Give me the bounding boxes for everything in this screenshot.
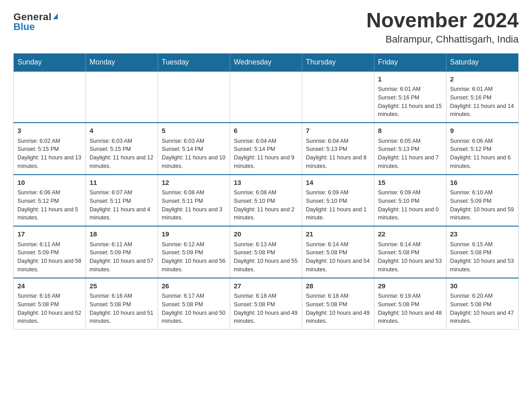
- calendar-week-row: 1Sunrise: 6:01 AMSunset: 5:16 PMDaylight…: [14, 71, 519, 123]
- day-number: 1: [378, 74, 442, 85]
- day-info: Sunrise: 6:15 AMSunset: 5:08 PMDaylight:…: [450, 240, 515, 274]
- calendar-week-row: 24Sunrise: 6:16 AMSunset: 5:08 PMDayligh…: [14, 278, 519, 330]
- calendar-cell: 26Sunrise: 6:17 AMSunset: 5:08 PMDayligh…: [158, 278, 230, 330]
- header-saturday: Saturday: [446, 53, 519, 71]
- calendar-cell: 3Sunrise: 6:02 AMSunset: 5:15 PMDaylight…: [14, 123, 86, 175]
- day-number: 14: [306, 178, 370, 188]
- calendar-cell: 17Sunrise: 6:11 AMSunset: 5:09 PMDayligh…: [14, 226, 86, 278]
- header-monday: Monday: [86, 53, 158, 71]
- day-info: Sunrise: 6:06 AMSunset: 5:12 PMDaylight:…: [450, 137, 515, 171]
- calendar-cell: 13Sunrise: 6:08 AMSunset: 5:10 PMDayligh…: [230, 175, 302, 227]
- day-info: Sunrise: 6:01 AMSunset: 5:16 PMDaylight:…: [378, 85, 442, 119]
- calendar-week-row: 3Sunrise: 6:02 AMSunset: 5:15 PMDaylight…: [14, 123, 519, 175]
- day-number: 18: [90, 229, 154, 240]
- calendar-cell: 20Sunrise: 6:13 AMSunset: 5:08 PMDayligh…: [230, 226, 302, 278]
- day-number: 21: [306, 229, 370, 240]
- calendar-cell: 7Sunrise: 6:04 AMSunset: 5:13 PMDaylight…: [302, 123, 374, 175]
- calendar-week-row: 17Sunrise: 6:11 AMSunset: 5:09 PMDayligh…: [14, 226, 519, 278]
- day-number: 30: [450, 281, 515, 291]
- calendar-cell: 23Sunrise: 6:15 AMSunset: 5:08 PMDayligh…: [446, 226, 519, 278]
- header-sunday: Sunday: [14, 53, 86, 71]
- day-info: Sunrise: 6:16 AMSunset: 5:08 PMDaylight:…: [90, 292, 154, 325]
- day-info: Sunrise: 6:03 AMSunset: 5:15 PMDaylight:…: [90, 137, 154, 171]
- day-info: Sunrise: 6:08 AMSunset: 5:10 PMDaylight:…: [234, 188, 298, 222]
- calendar-cell: 4Sunrise: 6:03 AMSunset: 5:15 PMDaylight…: [86, 123, 158, 175]
- logo-triangle-icon: [53, 13, 58, 19]
- calendar-cell: 25Sunrise: 6:16 AMSunset: 5:08 PMDayligh…: [86, 278, 158, 330]
- calendar-cell: 24Sunrise: 6:16 AMSunset: 5:08 PMDayligh…: [14, 278, 86, 330]
- calendar-cell: 19Sunrise: 6:12 AMSunset: 5:09 PMDayligh…: [158, 226, 230, 278]
- day-number: 11: [90, 178, 154, 188]
- calendar-cell: 30Sunrise: 6:20 AMSunset: 5:08 PMDayligh…: [446, 278, 519, 330]
- day-number: 12: [162, 178, 226, 188]
- day-number: 22: [378, 229, 442, 240]
- calendar-cell: 2Sunrise: 6:01 AMSunset: 5:16 PMDaylight…: [446, 71, 519, 123]
- day-info: Sunrise: 6:04 AMSunset: 5:14 PMDaylight:…: [234, 137, 298, 171]
- day-info: Sunrise: 6:20 AMSunset: 5:08 PMDaylight:…: [450, 292, 515, 325]
- calendar-cell: 6Sunrise: 6:04 AMSunset: 5:14 PMDaylight…: [230, 123, 302, 175]
- day-number: 25: [90, 281, 154, 291]
- day-number: 4: [90, 126, 154, 136]
- day-info: Sunrise: 6:18 AMSunset: 5:08 PMDaylight:…: [234, 292, 298, 325]
- calendar-cell: 15Sunrise: 6:09 AMSunset: 5:10 PMDayligh…: [374, 175, 446, 227]
- day-info: Sunrise: 6:08 AMSunset: 5:11 PMDaylight:…: [162, 188, 226, 222]
- header-tuesday: Tuesday: [158, 53, 230, 71]
- day-number: 20: [234, 229, 298, 240]
- calendar-cell: 12Sunrise: 6:08 AMSunset: 5:11 PMDayligh…: [158, 175, 230, 227]
- calendar-week-row: 10Sunrise: 6:06 AMSunset: 5:12 PMDayligh…: [14, 175, 519, 227]
- calendar-cell: 11Sunrise: 6:07 AMSunset: 5:11 PMDayligh…: [86, 175, 158, 227]
- calendar-cell: [86, 71, 158, 123]
- calendar-cell: 9Sunrise: 6:06 AMSunset: 5:12 PMDaylight…: [446, 123, 519, 175]
- day-number: 3: [17, 126, 82, 136]
- calendar-cell: [302, 71, 374, 123]
- day-info: Sunrise: 6:11 AMSunset: 5:09 PMDaylight:…: [17, 240, 82, 274]
- day-number: 17: [17, 229, 82, 240]
- header-wednesday: Wednesday: [230, 53, 302, 71]
- day-number: 7: [306, 126, 370, 136]
- header-friday: Friday: [374, 53, 446, 71]
- day-info: Sunrise: 6:05 AMSunset: 5:13 PMDaylight:…: [378, 137, 442, 171]
- day-info: Sunrise: 6:09 AMSunset: 5:10 PMDaylight:…: [378, 188, 442, 222]
- day-number: 28: [306, 281, 370, 291]
- calendar-cell: 18Sunrise: 6:11 AMSunset: 5:09 PMDayligh…: [86, 226, 158, 278]
- day-number: 29: [378, 281, 442, 291]
- calendar-cell: 10Sunrise: 6:06 AMSunset: 5:12 PMDayligh…: [14, 175, 86, 227]
- day-number: 9: [450, 126, 515, 136]
- day-info: Sunrise: 6:14 AMSunset: 5:08 PMDaylight:…: [378, 240, 442, 274]
- day-number: 13: [234, 178, 298, 188]
- title-block: November 2024 Balrampur, Chhattisgarh, I…: [366, 9, 519, 45]
- calendar-cell: [230, 71, 302, 123]
- day-info: Sunrise: 6:14 AMSunset: 5:08 PMDaylight:…: [306, 240, 370, 274]
- calendar-cell: 29Sunrise: 6:19 AMSunset: 5:08 PMDayligh…: [374, 278, 446, 330]
- calendar-header: Sunday Monday Tuesday Wednesday Thursday…: [14, 53, 519, 71]
- calendar-cell: 27Sunrise: 6:18 AMSunset: 5:08 PMDayligh…: [230, 278, 302, 330]
- day-number: 16: [450, 178, 515, 188]
- day-number: 5: [162, 126, 226, 136]
- logo: General Blue: [13, 9, 58, 33]
- day-info: Sunrise: 6:07 AMSunset: 5:11 PMDaylight:…: [90, 188, 154, 222]
- calendar-cell: 1Sunrise: 6:01 AMSunset: 5:16 PMDaylight…: [374, 71, 446, 123]
- calendar-cell: 16Sunrise: 6:10 AMSunset: 5:09 PMDayligh…: [446, 175, 519, 227]
- calendar-cell: 8Sunrise: 6:05 AMSunset: 5:13 PMDaylight…: [374, 123, 446, 175]
- day-number: 8: [378, 126, 442, 136]
- page-subtitle: Balrampur, Chhattisgarh, India: [366, 34, 519, 45]
- day-info: Sunrise: 6:19 AMSunset: 5:08 PMDaylight:…: [378, 292, 442, 325]
- calendar-cell: [158, 71, 230, 123]
- day-info: Sunrise: 6:18 AMSunset: 5:08 PMDaylight:…: [306, 292, 370, 325]
- day-info: Sunrise: 6:12 AMSunset: 5:09 PMDaylight:…: [162, 240, 226, 274]
- calendar-table: Sunday Monday Tuesday Wednesday Thursday…: [13, 53, 519, 330]
- day-number: 10: [17, 178, 82, 188]
- day-info: Sunrise: 6:10 AMSunset: 5:09 PMDaylight:…: [450, 188, 515, 222]
- header-thursday: Thursday: [302, 53, 374, 71]
- day-info: Sunrise: 6:13 AMSunset: 5:08 PMDaylight:…: [234, 240, 298, 274]
- day-number: 15: [378, 178, 442, 188]
- calendar-cell: 14Sunrise: 6:09 AMSunset: 5:10 PMDayligh…: [302, 175, 374, 227]
- day-info: Sunrise: 6:03 AMSunset: 5:14 PMDaylight:…: [162, 137, 226, 171]
- day-number: 19: [162, 229, 226, 240]
- calendar-cell: 5Sunrise: 6:03 AMSunset: 5:14 PMDaylight…: [158, 123, 230, 175]
- day-number: 6: [234, 126, 298, 136]
- day-number: 26: [162, 281, 226, 291]
- calendar-cell: 22Sunrise: 6:14 AMSunset: 5:08 PMDayligh…: [374, 226, 446, 278]
- page-header: General Blue November 2024 Balrampur, Ch…: [13, 9, 519, 45]
- calendar-cell: [14, 71, 86, 123]
